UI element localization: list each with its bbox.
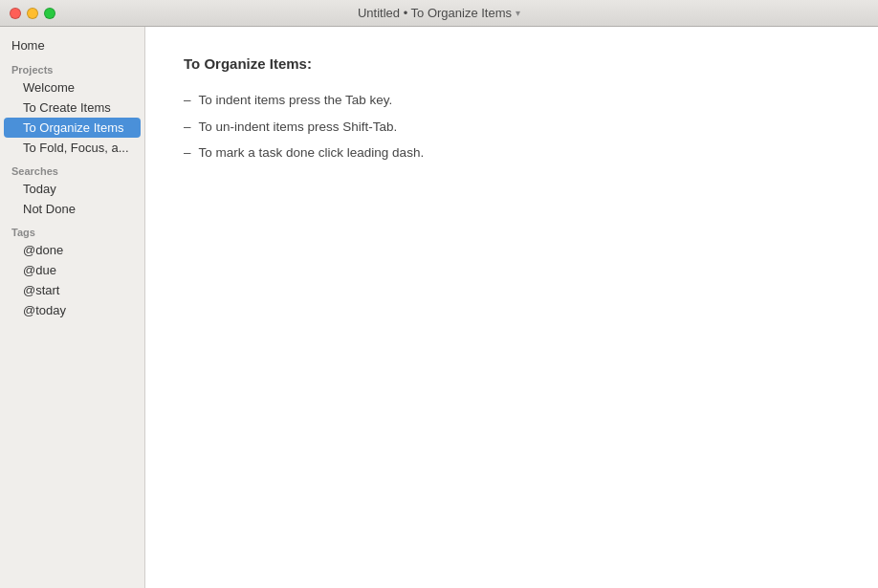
main-layout: Home Projects Welcome To Create Items To… bbox=[0, 27, 878, 588]
content-area: To Organize Items: To indent items press… bbox=[145, 27, 878, 588]
list-item: To indent items press the Tab key. bbox=[184, 87, 840, 114]
sidebar-section-searches: Searches bbox=[0, 158, 144, 179]
content-list: To indent items press the Tab key. To un… bbox=[184, 87, 840, 166]
sidebar-item-today[interactable]: Today bbox=[4, 179, 141, 199]
sidebar-item-not-done[interactable]: Not Done bbox=[4, 199, 141, 219]
sidebar-item-to-organize-items[interactable]: To Organize Items bbox=[4, 118, 141, 138]
sidebar-item-to-create-items[interactable]: To Create Items bbox=[4, 98, 141, 118]
close-button[interactable] bbox=[10, 8, 21, 19]
sidebar-item-home[interactable]: Home bbox=[0, 34, 144, 56]
window-controls[interactable] bbox=[10, 8, 55, 19]
list-item: To mark a task done click leading dash. bbox=[184, 140, 840, 166]
sidebar-item-welcome[interactable]: Welcome bbox=[4, 77, 141, 98]
sidebar-item-tag-start[interactable]: @start bbox=[4, 280, 141, 300]
chevron-down-icon: ▾ bbox=[516, 8, 520, 18]
window-title: Untitled • To Organize Items bbox=[358, 6, 512, 20]
sidebar-item-tag-today[interactable]: @today bbox=[4, 300, 141, 320]
list-item: To un-indent items press Shift-Tab. bbox=[184, 114, 840, 141]
content-title: To Organize Items: bbox=[184, 55, 840, 72]
sidebar-item-to-fold-focus[interactable]: To Fold, Focus, a... bbox=[4, 138, 141, 158]
sidebar: Home Projects Welcome To Create Items To… bbox=[0, 27, 145, 588]
sidebar-section-projects: Projects bbox=[0, 56, 144, 77]
minimize-button[interactable] bbox=[27, 8, 38, 19]
titlebar: Untitled • To Organize Items ▾ bbox=[0, 0, 878, 27]
maximize-button[interactable] bbox=[44, 8, 55, 19]
sidebar-item-tag-done[interactable]: @done bbox=[4, 240, 141, 260]
sidebar-item-tag-due[interactable]: @due bbox=[4, 260, 141, 280]
sidebar-section-tags: Tags bbox=[0, 219, 144, 240]
